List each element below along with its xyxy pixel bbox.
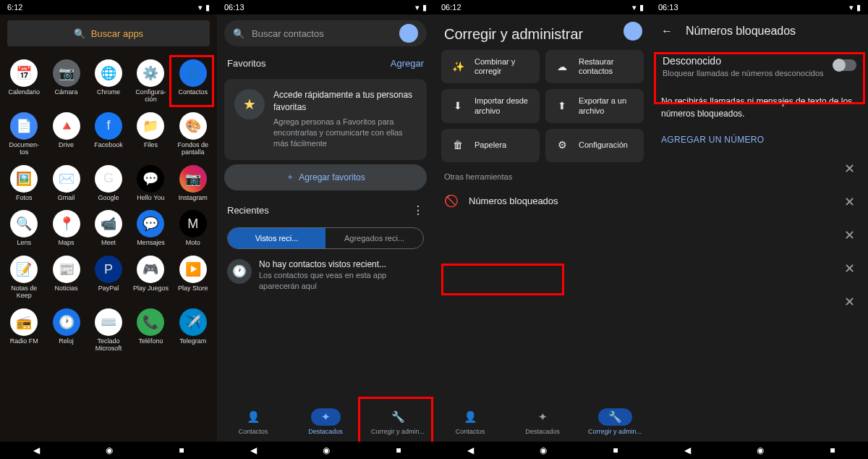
blocked-number-row: ✕ xyxy=(651,152,868,185)
action-card[interactable]: 🗑Papelera xyxy=(441,129,540,162)
app-label: Meet xyxy=(101,240,116,247)
blocked-numbers-row[interactable]: 🚫 Números bloqueados xyxy=(434,185,651,216)
favorites-label: Favoritos xyxy=(227,58,265,69)
app-label: Fotos xyxy=(16,195,33,202)
app-configuracin[interactable]: ⚙️Configura-ción xyxy=(129,56,171,106)
nav-home-icon[interactable]: ◉ xyxy=(323,445,330,455)
battery-icon: ▮ xyxy=(205,3,210,12)
status-time: 06:12 xyxy=(441,3,461,12)
app-calendario[interactable]: 📅Calendario xyxy=(3,56,45,106)
app-instagram[interactable]: 📷Instagram xyxy=(172,162,214,205)
app-fondosdepantalla[interactable]: 🎨Fondos de pantalla xyxy=(172,109,214,159)
action-label: Exportar a un archivo xyxy=(579,96,637,115)
app-documentos[interactable]: 📄Documen-tos xyxy=(3,109,45,159)
system-nav: ◀ ◉ ■ xyxy=(434,442,651,459)
app-mensajes[interactable]: 💬Mensajes xyxy=(129,207,171,250)
profile-avatar[interactable] xyxy=(399,24,418,43)
system-nav: ◀ ◉ ■ xyxy=(651,442,868,459)
app-noticias[interactable]: 📰Noticias xyxy=(45,253,87,303)
app-label: Hello You xyxy=(137,195,164,202)
action-label: Papelera xyxy=(475,140,506,150)
app-meet[interactable]: 📹Meet xyxy=(88,207,129,250)
other-tools-header: Otras herramientas xyxy=(434,162,651,185)
app-lens[interactable]: 🔍Lens xyxy=(3,207,45,250)
app-paypal[interactable]: PPayPal xyxy=(88,253,129,303)
app-label: Facebook xyxy=(94,142,123,149)
app-fotos[interactable]: 🖼️Fotos xyxy=(3,162,45,205)
app-label: Google xyxy=(98,195,119,202)
search-contacts-bar[interactable]: 🔍 Buscar contactos xyxy=(224,20,427,46)
app-cmara[interactable]: 📷Cámara xyxy=(45,56,87,106)
remove-icon[interactable]: ✕ xyxy=(844,294,855,310)
nav-contacts[interactable]: 👤Contactos xyxy=(434,401,506,442)
action-grid: ✨Combinar y corregir☁Restaurar contactos… xyxy=(434,50,651,162)
search-apps-bar[interactable]: 🔍 Buscar apps xyxy=(7,20,210,46)
recent-text: No hay contactos vistos recient... Los c… xyxy=(259,259,424,291)
nav-featured[interactable]: ✦Destacados xyxy=(506,401,579,442)
app-telegram[interactable]: ✈️Telegram xyxy=(172,306,214,355)
add-link[interactable]: Agregar xyxy=(391,58,424,69)
app-reloj[interactable]: 🕐Reloj xyxy=(45,306,87,355)
search-placeholder: Buscar contactos xyxy=(252,28,324,39)
action-card[interactable]: ⬇Importar desde archivo xyxy=(441,89,540,122)
app-notasdekeep[interactable]: 📝Notas de Keep xyxy=(3,253,45,303)
nav-featured[interactable]: ✦Destacados xyxy=(289,401,362,442)
add-favorites-button[interactable]: ＋ Agregar favoritos xyxy=(224,164,427,190)
action-card[interactable]: ⚙Configuración xyxy=(545,129,644,162)
nav-label: Destacados xyxy=(308,428,343,435)
nav-back-icon[interactable]: ◀ xyxy=(33,445,40,455)
nav-home-icon[interactable]: ◉ xyxy=(757,445,764,455)
star-icon: ★ xyxy=(234,89,265,119)
remove-icon[interactable]: ✕ xyxy=(844,194,855,210)
app-gmail[interactable]: ✉️Gmail xyxy=(45,162,87,205)
status-bar: 06:13 ▾ ▮ xyxy=(651,0,868,14)
page-header: ← Números bloqueados xyxy=(651,14,868,45)
app-telfono[interactable]: 📞Teléfono xyxy=(129,306,171,355)
app-maps[interactable]: 📍Maps xyxy=(45,207,87,250)
app-label: Teclado Microsoft xyxy=(90,338,127,353)
nav-home-icon[interactable]: ◉ xyxy=(106,445,113,455)
tab-added[interactable]: Agregados reci... xyxy=(326,228,423,248)
blocked-number-row: ✕ xyxy=(651,285,868,319)
more-icon[interactable]: ⋮ xyxy=(412,203,424,217)
app-chrome[interactable]: 🌐Chrome xyxy=(88,56,129,106)
favorites-header: Favoritos Agregar xyxy=(217,52,434,75)
profile-avatar[interactable] xyxy=(624,22,642,41)
blocked-number-row: ✕ xyxy=(651,219,868,252)
favorites-title: Accede rápidamente a tus personas favori… xyxy=(273,89,417,114)
remove-icon[interactable]: ✕ xyxy=(844,227,855,243)
app-radiofm[interactable]: 📻Radio FM xyxy=(3,306,45,355)
nav-label: Contactos xyxy=(456,428,485,435)
nav-recent-icon[interactable]: ■ xyxy=(613,445,618,455)
system-nav: ◀ ◉ ■ xyxy=(217,442,434,459)
app-tecladomicrosoft[interactable]: ⌨️Teclado Microsoft xyxy=(88,306,129,355)
nav-recent-icon[interactable]: ■ xyxy=(830,445,835,455)
remove-icon[interactable]: ✕ xyxy=(844,261,855,277)
action-card[interactable]: ⬆Exportar a un archivo xyxy=(545,89,644,122)
status-bar: 06:13 ▾ ▮ xyxy=(217,0,434,14)
app-files[interactable]: 📁Files xyxy=(129,109,171,159)
app-icon: 💬 xyxy=(137,165,164,193)
nav-contacts[interactable]: 👤Contactos xyxy=(217,401,289,442)
nav-back-icon[interactable]: ◀ xyxy=(250,445,257,455)
back-arrow-icon[interactable]: ← xyxy=(661,25,673,38)
nav-back-icon[interactable]: ◀ xyxy=(467,445,474,455)
action-card[interactable]: ✨Combinar y corregir xyxy=(441,50,540,83)
app-playstore[interactable]: ▶️Play Store xyxy=(172,253,214,303)
app-playjuegos[interactable]: 🎮Play Juegos xyxy=(129,253,171,303)
app-helloyou[interactable]: 💬Hello You xyxy=(129,162,171,205)
nav-recent-icon[interactable]: ■ xyxy=(179,445,184,455)
nav-recent-icon[interactable]: ■ xyxy=(396,445,401,455)
tab-viewed[interactable]: Vistos reci... xyxy=(228,228,326,248)
add-number-link[interactable]: AGREGAR UN NÚMERO xyxy=(651,127,868,152)
app-icon: 🖼️ xyxy=(10,165,38,193)
nav-back-icon[interactable]: ◀ xyxy=(684,445,691,455)
remove-icon[interactable]: ✕ xyxy=(844,161,855,177)
app-facebook[interactable]: fFacebook xyxy=(88,109,129,159)
nav-fix-manage[interactable]: 🔧Corregir y admin... xyxy=(579,401,651,442)
nav-home-icon[interactable]: ◉ xyxy=(540,445,547,455)
app-drive[interactable]: 🔺Drive xyxy=(45,109,87,159)
action-card[interactable]: ☁Restaurar contactos xyxy=(545,50,644,83)
app-google[interactable]: GGoogle xyxy=(88,162,129,205)
app-moto[interactable]: MMoto xyxy=(172,207,214,250)
